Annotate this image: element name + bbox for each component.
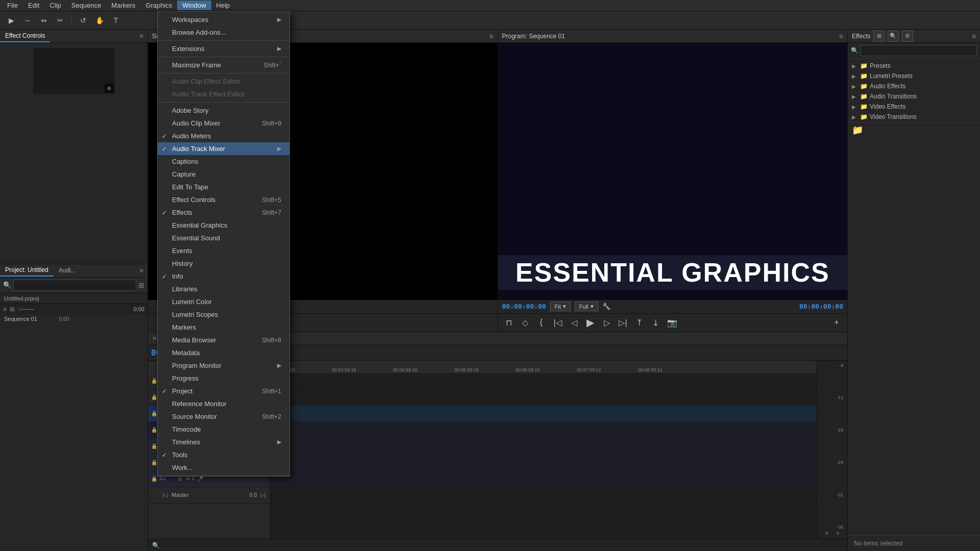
menu-item-media-browser[interactable]: Media Browser Shift+8: [158, 334, 289, 346]
tab-effect-controls[interactable]: Effect Controls: [0, 30, 50, 42]
track-v3-lock[interactable]: 🔒: [151, 378, 157, 384]
tool-track-select[interactable]: ↔: [20, 14, 35, 27]
menu-item-effects[interactable]: ✓ Effects Shift+7: [158, 206, 289, 219]
menu-clip[interactable]: Clip: [44, 1, 66, 10]
menu-item-metadata[interactable]: Metadata: [158, 346, 289, 359]
menu-item-adobe-story[interactable]: Adobe Story: [158, 104, 289, 117]
tool-slip[interactable]: ↺: [76, 14, 90, 27]
menu-item-lumetri-scopes[interactable]: Lumetri Scopes: [158, 308, 289, 321]
menu-item-history[interactable]: History: [158, 257, 289, 270]
effects-item-lumetri-presets[interactable]: ▶ 📁 Lumetri Presets: [848, 71, 980, 81]
tool-ripple[interactable]: ⇔: [37, 14, 51, 27]
menu-item-timelines[interactable]: Timelines ▶: [158, 436, 289, 448]
menu-item-audio-clip-mixer[interactable]: Audio Clip Mixer Shift+9: [158, 117, 289, 130]
effects-item-audio-transitions[interactable]: ▶ 📁 Audio Transitions: [848, 91, 980, 102]
tool-select[interactable]: ▶: [4, 14, 18, 27]
btn-go-in[interactable]: |◁: [551, 316, 565, 329]
menu-graphics[interactable]: Graphics: [140, 1, 177, 10]
menu-item-capture[interactable]: Capture: [158, 168, 289, 181]
wrench-icon[interactable]: 🔧: [602, 303, 610, 310]
effects-new-bin-icon[interactable]: 📁: [852, 125, 863, 135]
btn-mark-in-prog[interactable]: {: [535, 316, 548, 329]
menu-item-project[interactable]: ✓ Project Shift+1: [158, 385, 289, 397]
fit-dropdown[interactable]: Fit ▾: [550, 302, 571, 311]
menu-item-extensions[interactable]: Extensions ▶: [158, 42, 289, 55]
btn-mark-clip[interactable]: ⊓: [502, 316, 516, 329]
menu-markers[interactable]: Markers: [106, 1, 140, 10]
project-search-input[interactable]: [13, 280, 136, 291]
effects-panel-menu-btn[interactable]: ≡: [972, 32, 976, 40]
menu-item-tools[interactable]: ✓ Tools: [158, 448, 289, 461]
track-v2-lock[interactable]: 🔒: [151, 394, 157, 400]
full-dropdown[interactable]: Full ▾: [575, 302, 598, 311]
effects-search-btn[interactable]: 🔍: [888, 31, 899, 42]
project-menu-btn[interactable]: ≡: [135, 267, 148, 274]
program-monitor-menu[interactable]: ≡: [839, 32, 843, 40]
list-view-icon[interactable]: ≡: [3, 306, 7, 313]
effect-controls-menu-btn[interactable]: ≡: [135, 32, 148, 40]
icon-view-btn[interactable]: ⊞: [10, 306, 15, 313]
menu-item-timecode[interactable]: Timecode: [158, 423, 289, 436]
timeline-close-btn[interactable]: ✕: [152, 335, 157, 342]
effects-new-folder-btn[interactable]: ⊞: [873, 31, 885, 42]
menu-item-libraries[interactable]: Libraries: [158, 283, 289, 295]
menu-sequence[interactable]: Sequence: [66, 1, 107, 10]
tool-text[interactable]: T: [109, 14, 123, 27]
btn-lift[interactable]: ⤒: [633, 316, 646, 329]
menu-item-progress[interactable]: Progress: [158, 372, 289, 385]
track-a2-lock[interactable]: 🔒: [151, 443, 157, 449]
btn-step-back-prog[interactable]: ◁: [568, 316, 581, 329]
tool-razor[interactable]: ✂: [53, 14, 67, 27]
btn-step-fwd-prog[interactable]: ▷: [600, 316, 614, 329]
menu-help[interactable]: Help: [211, 1, 235, 10]
btn-add-marker[interactable]: ◇: [519, 316, 532, 329]
menu-item-events[interactable]: Events: [158, 244, 289, 257]
effects-item-video-effects[interactable]: ▶ 📁 Video Effects: [848, 102, 980, 112]
menu-item-essential-sound[interactable]: Essential Sound: [158, 232, 289, 244]
effects-item-presets[interactable]: ▶ 📁 Presets: [848, 61, 980, 71]
menu-item-audio-meters[interactable]: ✓ Audio Meters: [158, 130, 289, 142]
project-bin-icon[interactable]: ⊞: [138, 281, 144, 289]
menu-item-markers[interactable]: Markers: [158, 321, 289, 334]
menu-edit[interactable]: Edit: [23, 1, 44, 10]
menu-item-effect-controls[interactable]: Effect Controls Shift+5: [158, 193, 289, 206]
menu-file[interactable]: File: [2, 1, 23, 10]
menu-item-essential-graphics[interactable]: Essential Graphics: [158, 219, 289, 232]
btn-add-button[interactable]: +: [830, 316, 843, 329]
thumbnail-icon-1[interactable]: ⊞: [105, 84, 114, 93]
btn-export-frame[interactable]: 📷: [666, 316, 679, 329]
menu-item-captions[interactable]: Captions: [158, 155, 289, 168]
tool-hand[interactable]: ✋: [92, 14, 107, 27]
effects-item-audio-effects[interactable]: ▶ 📁 Audio Effects: [848, 81, 980, 91]
zoom-slider[interactable]: ○——: [18, 306, 34, 313]
tab-project[interactable]: Project: Untitled: [0, 264, 54, 277]
menu-item-lumetri-color[interactable]: Lumetri Color: [158, 295, 289, 308]
menu-item-reference-monitor[interactable]: Reference Monitor: [158, 397, 289, 410]
track-master-next[interactable]: ▷|: [259, 491, 267, 499]
menu-item-workspaces[interactable]: Workspaces ▶: [158, 13, 289, 26]
effects-item-video-transitions[interactable]: ▶ 📁 Video Transitions: [848, 112, 980, 122]
effects-search-input[interactable]: [861, 45, 977, 56]
sequence-item[interactable]: Sequence 01 0:00: [0, 314, 148, 323]
menu-window[interactable]: Window: [177, 1, 211, 10]
btn-go-out[interactable]: ▷|: [617, 316, 630, 329]
effects-settings-btn[interactable]: ⚙: [902, 31, 913, 42]
track-a4-mute[interactable]: M: [186, 476, 190, 481]
menu-item-program-monitor[interactable]: Program Monitor ▶: [158, 359, 289, 372]
track-a4-lock[interactable]: 🔒: [151, 476, 157, 482]
menu-item-work[interactable]: Work...: [158, 461, 289, 474]
timeline-zoom-out[interactable]: 🔍: [152, 542, 160, 549]
track-a1-lock[interactable]: 🔒: [151, 427, 157, 433]
menu-item-browse-addons[interactable]: Browse Add-ons...: [158, 26, 289, 39]
menu-item-info[interactable]: ✓ Info: [158, 270, 289, 283]
tab-audio[interactable]: Audi...: [54, 265, 81, 276]
menu-item-audio-track-mixer[interactable]: ✓ Audio Track Mixer ▶: [158, 142, 289, 155]
track-a4-mic[interactable]: 🎤: [197, 476, 203, 482]
source-monitor-menu[interactable]: ≡: [489, 32, 493, 40]
menu-item-source-monitor[interactable]: Source Monitor Shift+2: [158, 410, 289, 423]
track-master-prev[interactable]: |◁: [161, 491, 169, 499]
track-a4-solo[interactable]: S: [192, 476, 195, 481]
menu-item-edit-to-tape[interactable]: Edit To Tape: [158, 181, 289, 193]
btn-extract[interactable]: ⤓: [649, 316, 663, 329]
menu-item-maximize-frame[interactable]: Maximize Frame Shift+`: [158, 59, 289, 71]
